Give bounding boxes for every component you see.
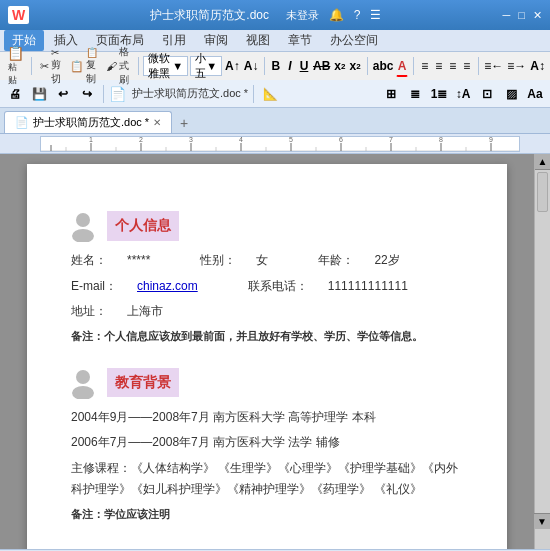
bell-icon[interactable]: 🔔 [329,8,344,22]
table-button[interactable]: ⊞ [380,83,402,105]
menu-office[interactable]: 办公空间 [322,30,386,51]
doc-filename: 护士求职简历范文.doc * [132,86,248,101]
tab-label: 护士求职简历范文.doc * [33,115,149,130]
age-label: 年龄： [318,250,354,272]
personal-info-row2: E-mail： chinaz.com 联系电话： 111111111111 [67,276,467,298]
grow-icon: A↑ [225,59,240,73]
redo-button[interactable]: ↪ [76,83,98,105]
strikethrough-button[interactable]: AB [312,55,331,77]
new-tab-button[interactable]: + [174,113,194,133]
minimize-button[interactable]: ─ [503,9,511,22]
user-status: 未登录 [286,9,319,21]
line-spacing-button[interactable]: A↕ [529,55,546,77]
sep5 [413,57,414,75]
doc-file-icon: 📄 [109,86,126,102]
highlight-button[interactable]: abc [372,55,394,77]
sep6 [478,57,479,75]
gender-label: 性别： [200,250,236,272]
course-text: 主修课程：《人体结构学》 《生理学》《心理学》《护理学基础》《内外科护理学》《妇… [71,461,458,497]
superscript-button[interactable]: x2 [333,55,346,77]
indent-right-button[interactable]: ≡→ [506,55,527,77]
underline-button[interactable]: U [298,55,310,77]
format-brush-button[interactable]: 🖌 格式刷 [103,55,133,77]
titlebar-title: 护士求职简历范文.doc 未登录 🔔 ? ☰ [29,7,502,24]
help-icon[interactable]: ? [354,8,361,22]
bullet-list-button[interactable]: ≣ [404,83,426,105]
edu-row1: 2004年9月——2008年7月 南方医科大学 高等护理学 本科 [67,407,467,429]
svg-text:5: 5 [289,137,293,143]
ruler-inner: 1 2 3 4 5 6 7 8 9 [40,136,520,152]
address-value: 上海市 [127,301,163,323]
tab-doc-icon: 📄 [15,116,29,129]
menu-section[interactable]: 章节 [280,30,320,51]
sort-button[interactable]: ↕A [452,83,474,105]
style-button[interactable]: Aa [524,83,546,105]
svg-point-32 [72,386,94,399]
shade-button[interactable]: ▨ [500,83,522,105]
section1-header: 个人信息 [67,210,467,242]
svg-text:7: 7 [389,137,393,143]
tab-document[interactable]: 📄 护士求职简历范文.doc * ✕ [4,111,172,133]
indent-left-button[interactable]: ≡← [483,55,504,77]
paste-button[interactable]: 📋 粘贴 [4,53,26,79]
course-row: 主修课程：《人体结构学》 《生理学》《心理学》《护理学基础》《内外科护理学》《妇… [67,458,467,501]
maximize-button[interactable]: □ [518,9,525,22]
menubar: 开始 插入 页面布局 引用 审阅 视图 章节 办公空间 [0,30,550,52]
sep3 [264,57,265,75]
menu-icon[interactable]: ☰ [370,8,381,22]
window-controls: ─ □ ✕ [503,9,542,22]
education-icon [67,367,99,399]
align-right-button[interactable]: ≡ [447,55,459,77]
shrink-font-button[interactable]: A↓ [243,55,260,77]
sep1 [31,57,32,75]
print-button[interactable]: 🖨 [4,83,26,105]
copy-button[interactable]: 📋 📋 复制 [67,55,100,77]
font-name-dropdown[interactable]: 微软雅黑 ▼ [143,56,188,76]
personal-info-row1: 姓名： ***** 性别： 女 年龄： 22岁 [67,250,467,272]
phone-label: 联系电话： [248,276,308,298]
svg-text:4: 4 [239,137,243,143]
menu-view[interactable]: 视图 [238,30,278,51]
svg-text:8: 8 [439,137,443,143]
border-button[interactable]: ⊡ [476,83,498,105]
align-left-button[interactable]: ≡ [419,55,431,77]
font-size-dropdown[interactable]: 小五 ▼ [190,56,222,76]
section2-header: 教育背景 [67,367,467,399]
tabbar: 📄 护士求职简历范文.doc * ✕ + [0,108,550,134]
grow-font-button[interactable]: A↑ [224,55,241,77]
svg-text:1: 1 [89,137,93,143]
svg-text:6: 6 [339,137,343,143]
gender-value: 女 [256,250,268,272]
vertical-scrollbar[interactable]: ▲ ▼ [534,154,550,549]
personal-info-row3: 地址： 上海市 [67,301,467,323]
subscript-button[interactable]: x2 [348,55,361,77]
titlebar-left: W [8,6,29,24]
numbered-list-button[interactable]: 1≣ [428,83,450,105]
toolbar1: 📋 粘贴 ✂ ✂ 剪切 📋 📋 复制 🖌 格式刷 微软雅黑 ▼ 小五 ▼ A↑ … [0,52,550,80]
copy-icon: 📋 [70,60,84,73]
menu-review[interactable]: 审阅 [196,30,236,51]
justify-button[interactable]: ≡ [461,55,473,77]
italic-button[interactable]: I [284,55,296,77]
shrink-icon: A↓ [244,59,259,73]
align-center-button[interactable]: ≡ [433,55,445,77]
save-button[interactable]: 💾 [28,83,50,105]
brush-icon: 🖌 [106,60,117,72]
section1-note: 备注：个人信息应该放到最前面，并且放好有学校、学历、学位等信息。 [67,327,467,347]
section1-title: 个人信息 [107,211,179,240]
doc-scroll[interactable]: 个人信息 姓名： ***** 性别： 女 年龄： 22岁 E-mail： chi… [0,154,534,549]
tab-close-button[interactable]: ✕ [153,117,161,128]
ruler-toggle[interactable]: 📐 [259,83,281,105]
undo-button[interactable]: ↩ [52,83,74,105]
menu-references[interactable]: 引用 [154,30,194,51]
section2-title: 教育背景 [107,368,179,397]
person-icon [67,210,99,242]
font-color-button[interactable]: A [396,55,408,77]
sep4 [367,57,368,75]
svg-text:9: 9 [489,137,493,143]
close-button[interactable]: ✕ [533,9,542,22]
doc-area: 个人信息 姓名： ***** 性别： 女 年龄： 22岁 E-mail： chi… [0,154,550,549]
cut-button[interactable]: ✂ ✂ 剪切 [37,55,66,77]
svg-point-30 [72,229,94,242]
bold-button[interactable]: B [270,55,282,77]
